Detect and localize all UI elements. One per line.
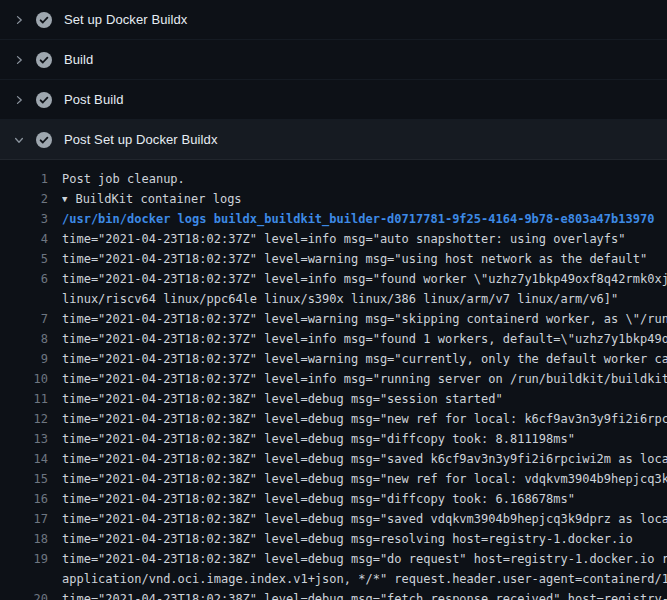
line-number[interactable]: 17 bbox=[0, 509, 62, 529]
line-number[interactable]: 3 bbox=[0, 209, 62, 229]
step-label: Set up Docker Buildx bbox=[64, 12, 187, 27]
line-number[interactable]: 7 bbox=[0, 309, 62, 329]
log-text: time="2021-04-23T18:02:38Z" level=debug … bbox=[62, 449, 667, 469]
line-number[interactable]: 13 bbox=[0, 429, 62, 449]
chevron-right-icon bbox=[13, 54, 25, 66]
log-text: linux/riscv64 linux/ppc64le linux/s390x … bbox=[62, 289, 667, 309]
log-text: time="2021-04-23T18:02:37Z" level=info m… bbox=[62, 369, 667, 389]
command-text: /usr/bin/docker logs buildx_buildkit_bui… bbox=[62, 209, 667, 229]
check-circle-icon bbox=[36, 52, 52, 68]
log-line-wrap: linux/riscv64 linux/ppc64le linux/s390x … bbox=[0, 289, 667, 309]
step-header-setup-docker-buildx[interactable]: Set up Docker Buildx bbox=[0, 0, 667, 40]
check-circle-icon bbox=[36, 132, 52, 148]
log-text: time="2021-04-23T18:02:37Z" level=info m… bbox=[62, 229, 667, 249]
log-line: 3/usr/bin/docker logs buildx_buildkit_bu… bbox=[0, 209, 667, 229]
log-line: 20time="2021-04-23T18:02:38Z" level=debu… bbox=[0, 589, 667, 600]
chevron-right-icon bbox=[13, 14, 25, 26]
log-text: time="2021-04-23T18:02:38Z" level=debug … bbox=[62, 469, 667, 489]
check-circle-icon bbox=[36, 12, 52, 28]
log-line: 18time="2021-04-23T18:02:38Z" level=debu… bbox=[0, 529, 667, 549]
log-text: time="2021-04-23T18:02:37Z" level=info m… bbox=[62, 269, 667, 289]
log-text: time="2021-04-23T18:02:38Z" level=debug … bbox=[62, 489, 667, 509]
log-line: 16time="2021-04-23T18:02:38Z" level=debu… bbox=[0, 489, 667, 509]
line-number[interactable]: 10 bbox=[0, 369, 62, 389]
log-text: time="2021-04-23T18:02:37Z" level=info m… bbox=[62, 329, 667, 349]
log-line: 1Post job cleanup. bbox=[0, 169, 667, 189]
log-line: 13time="2021-04-23T18:02:38Z" level=debu… bbox=[0, 429, 667, 449]
log-line: 8time="2021-04-23T18:02:37Z" level=info … bbox=[0, 329, 667, 349]
line-number[interactable]: 18 bbox=[0, 529, 62, 549]
line-number[interactable]: 11 bbox=[0, 389, 62, 409]
log-line: 7time="2021-04-23T18:02:37Z" level=warni… bbox=[0, 309, 667, 329]
log-line: 4time="2021-04-23T18:02:37Z" level=info … bbox=[0, 229, 667, 249]
log-text: time="2021-04-23T18:02:37Z" level=warnin… bbox=[62, 309, 667, 329]
log-line: 15time="2021-04-23T18:02:38Z" level=debu… bbox=[0, 469, 667, 489]
log-line: 5time="2021-04-23T18:02:37Z" level=warni… bbox=[0, 249, 667, 269]
log-line: 2▼BuildKit container logs bbox=[0, 189, 667, 209]
log-panel: 1Post job cleanup.2▼BuildKit container l… bbox=[0, 160, 667, 600]
log-line: 6time="2021-04-23T18:02:37Z" level=info … bbox=[0, 269, 667, 289]
log-line: 10time="2021-04-23T18:02:37Z" level=info… bbox=[0, 369, 667, 389]
log-line-wrap: application/vnd.oci.image.index.v1+json,… bbox=[0, 569, 667, 589]
step-label: Post Build bbox=[64, 92, 124, 107]
chevron-right-icon bbox=[13, 94, 25, 106]
log-text: application/vnd.oci.image.index.v1+json,… bbox=[62, 569, 667, 589]
log-text: time="2021-04-23T18:02:38Z" level=debug … bbox=[62, 429, 667, 449]
line-number[interactable]: 15 bbox=[0, 469, 62, 489]
chevron-down-icon bbox=[13, 134, 25, 146]
log-text: time="2021-04-23T18:02:38Z" level=debug … bbox=[62, 589, 667, 600]
log-group-label[interactable]: ▼BuildKit container logs bbox=[62, 189, 667, 209]
line-number-empty bbox=[0, 289, 62, 309]
line-number[interactable]: 6 bbox=[0, 269, 62, 289]
log-text: time="2021-04-23T18:02:38Z" level=debug … bbox=[62, 529, 667, 549]
log-text: time="2021-04-23T18:02:38Z" level=debug … bbox=[62, 389, 667, 409]
line-number[interactable]: 2 bbox=[0, 189, 62, 209]
log-line: 19time="2021-04-23T18:02:38Z" level=debu… bbox=[0, 549, 667, 569]
log-line: 17time="2021-04-23T18:02:38Z" level=debu… bbox=[0, 509, 667, 529]
log-text: time="2021-04-23T18:02:38Z" level=debug … bbox=[62, 549, 667, 569]
log-text: time="2021-04-23T18:02:38Z" level=debug … bbox=[62, 509, 667, 529]
log-text: Post job cleanup. bbox=[62, 169, 667, 189]
line-number[interactable]: 4 bbox=[0, 229, 62, 249]
step-label: Build bbox=[64, 52, 93, 67]
workflow-log-viewer: Set up Docker Buildx Build Post Build Po… bbox=[0, 0, 667, 600]
line-number-empty bbox=[0, 569, 62, 589]
step-header-post-build[interactable]: Post Build bbox=[0, 80, 667, 120]
line-number[interactable]: 20 bbox=[0, 589, 62, 600]
group-expand-toggle-icon[interactable]: ▼ bbox=[62, 189, 67, 209]
step-header-post-setup-docker-buildx[interactable]: Post Set up Docker Buildx bbox=[0, 120, 667, 160]
line-number[interactable]: 5 bbox=[0, 249, 62, 269]
log-text: time="2021-04-23T18:02:37Z" level=warnin… bbox=[62, 249, 667, 269]
line-number[interactable]: 19 bbox=[0, 549, 62, 569]
line-number[interactable]: 12 bbox=[0, 409, 62, 429]
log-line: 11time="2021-04-23T18:02:38Z" level=debu… bbox=[0, 389, 667, 409]
line-number[interactable]: 16 bbox=[0, 489, 62, 509]
log-line: 9time="2021-04-23T18:02:37Z" level=warni… bbox=[0, 349, 667, 369]
log-text: time="2021-04-23T18:02:38Z" level=debug … bbox=[62, 409, 667, 429]
log-line: 12time="2021-04-23T18:02:38Z" level=debu… bbox=[0, 409, 667, 429]
line-number[interactable]: 9 bbox=[0, 349, 62, 369]
step-header-build[interactable]: Build bbox=[0, 40, 667, 80]
line-number[interactable]: 8 bbox=[0, 329, 62, 349]
log-line: 14time="2021-04-23T18:02:38Z" level=debu… bbox=[0, 449, 667, 469]
line-number[interactable]: 14 bbox=[0, 449, 62, 469]
step-label: Post Set up Docker Buildx bbox=[64, 132, 218, 147]
check-circle-icon bbox=[36, 92, 52, 108]
line-number[interactable]: 1 bbox=[0, 169, 62, 189]
log-text: time="2021-04-23T18:02:37Z" level=warnin… bbox=[62, 349, 667, 369]
